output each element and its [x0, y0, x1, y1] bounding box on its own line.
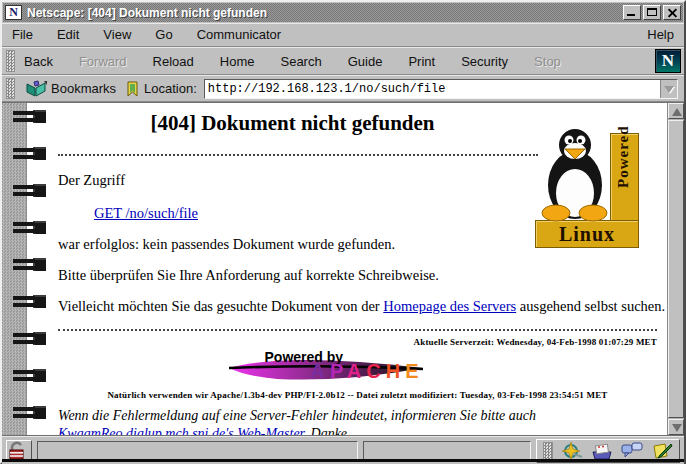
maximize-icon	[647, 8, 657, 16]
print-button[interactable]: Print	[402, 50, 441, 73]
reload-button[interactable]: Reload	[147, 50, 200, 73]
bookmarks-menu[interactable]: Bookmarks	[22, 79, 119, 98]
location-bookmark-icon[interactable]	[126, 81, 140, 97]
toolbar-grip[interactable]	[6, 50, 15, 72]
linux-logo-powered-text: Powered	[615, 125, 632, 188]
search-button[interactable]: Search	[274, 50, 327, 73]
minimize-button[interactable]	[623, 5, 641, 20]
scrollbar-thumb[interactable]	[668, 120, 684, 418]
menu-edit[interactable]: Edit	[57, 27, 79, 42]
security-button[interactable]: Security	[455, 50, 514, 73]
url-dropdown-button[interactable]	[660, 80, 677, 98]
homepage-link[interactable]: Homepage des Servers	[383, 298, 516, 314]
error-page: [404] Dokument nicht gefunden Powered Li…	[48, 103, 667, 435]
url-field-frame	[204, 79, 678, 99]
menu-bar: File Edit View Go Communicator Help	[2, 23, 684, 47]
window-title: Netscape: [404] Dokument nicht gefunden	[27, 6, 621, 20]
chevron-down-icon	[664, 86, 674, 93]
window-bottom-edge	[2, 459, 684, 462]
title-bar[interactable]: N Netscape: [404] Dokument nicht gefunde…	[3, 3, 683, 22]
open-padlock-icon	[7, 441, 31, 461]
footer-text-line1: Wenn die Fehlermeldung auf eine Server-F…	[58, 408, 657, 424]
arrow-up-icon	[672, 108, 682, 116]
composer-icon[interactable]	[651, 442, 673, 460]
menu-file[interactable]: File	[12, 27, 33, 42]
divider	[58, 154, 538, 156]
linux-logo-linux-text: Linux	[535, 220, 639, 248]
netscape-logo-icon[interactable]: N	[655, 49, 681, 73]
component-bar-grip[interactable]	[543, 442, 553, 460]
location-bar: Bookmarks Location:	[2, 75, 684, 102]
apache-version-info: Natürlich verwenden wir Apache/1.3b4-dev…	[58, 390, 657, 400]
mailbox-icon[interactable]	[591, 442, 613, 460]
menu-go[interactable]: Go	[155, 27, 172, 42]
scroll-down-button[interactable]	[668, 419, 684, 435]
server-time: Aktuelle Serverzeit: Wednesday, 04-Feb-1…	[58, 337, 657, 347]
locationbar-grip[interactable]	[6, 78, 15, 99]
advice-text: Bitte überprüfen Sie Ihre Anforderung au…	[58, 267, 657, 284]
scroll-up-button[interactable]	[668, 103, 684, 119]
url-input[interactable]	[205, 80, 660, 98]
vertical-scrollbar[interactable]	[667, 103, 684, 435]
powered-by-apache-logo: Powered by APACHE	[227, 349, 497, 385]
location-chip: Location:	[123, 80, 200, 98]
navigator-icon[interactable]	[561, 442, 583, 460]
maximize-button[interactable]	[643, 5, 661, 20]
minimize-icon	[627, 14, 635, 16]
menu-communicator[interactable]: Communicator	[197, 27, 282, 42]
browser-content: [404] Dokument nicht gefunden Powered Li…	[2, 102, 684, 436]
footer-text-line2: KwaamReo.dialup.mch.sni.de's Web-Master.…	[58, 426, 657, 436]
linux-powered-logo: Powered Linux	[535, 129, 639, 248]
bookmarks-label: Bookmarks	[51, 81, 116, 96]
stop-button[interactable]: Stop	[528, 50, 567, 73]
webmaster-link[interactable]: KwaamReo.dialup.mch.sni.de's Web-Master	[58, 426, 304, 436]
location-label: Location:	[144, 81, 197, 96]
netscape-window-icon: N	[5, 5, 22, 20]
menu-help[interactable]: Help	[647, 27, 674, 42]
apache-wordmark: APACHE	[311, 360, 424, 383]
bookmarks-book-icon	[25, 80, 47, 97]
guide-button[interactable]: Guide	[342, 50, 389, 73]
close-button[interactable]	[663, 5, 681, 20]
back-button[interactable]: Back	[18, 50, 59, 73]
suggest-text: Vielleicht möchten Sie das gesuchte Doku…	[58, 298, 657, 315]
navigation-toolbar: Back Forward Reload Home Search Guide Pr…	[2, 47, 684, 75]
discussions-icon[interactable]	[621, 442, 643, 460]
request-link[interactable]: GET /no/such/file	[94, 205, 198, 221]
spiral-binding-decoration	[2, 103, 48, 435]
tux-penguin-icon	[539, 123, 611, 223]
arrow-down-icon	[672, 424, 682, 432]
menu-view[interactable]: View	[103, 27, 131, 42]
forward-button[interactable]: Forward	[73, 50, 133, 73]
divider	[58, 329, 657, 331]
home-button[interactable]: Home	[214, 50, 261, 73]
netscape-window: N Netscape: [404] Dokument nicht gefunde…	[0, 0, 686, 464]
